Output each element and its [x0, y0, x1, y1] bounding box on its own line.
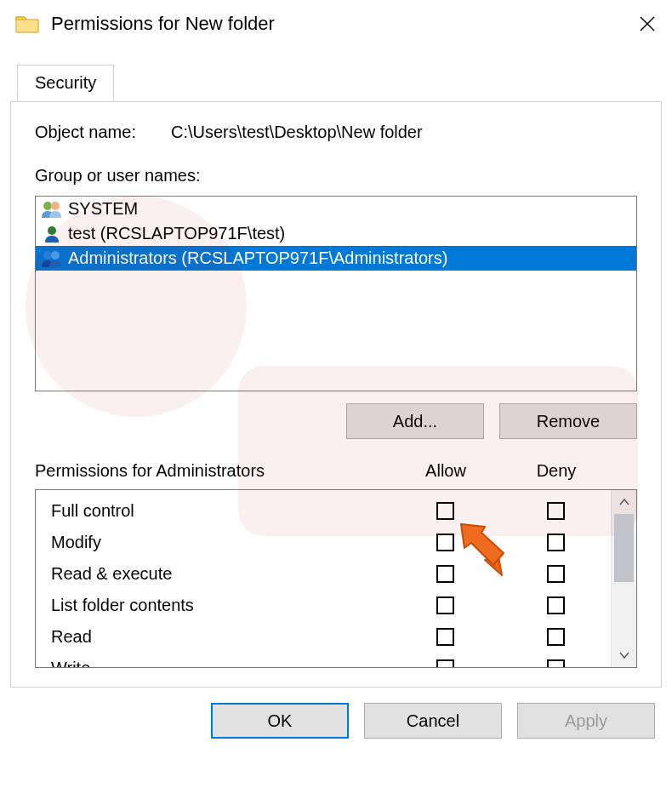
dialog-footer: OK Cancel Apply	[0, 688, 672, 739]
permission-row: Modify	[51, 527, 611, 558]
scroll-track[interactable]	[612, 514, 636, 643]
permissions-header-label: Permissions for Administrators	[35, 461, 390, 481]
object-name-label: Object name:	[35, 123, 171, 142]
permission-row: Read & execute	[51, 558, 611, 590]
checkbox-allow[interactable]	[436, 628, 454, 646]
close-icon	[640, 16, 655, 31]
checkbox-deny[interactable]	[547, 534, 565, 551]
column-deny: Deny	[501, 461, 612, 481]
checkbox-allow[interactable]	[436, 659, 454, 667]
svg-point-7	[43, 251, 52, 260]
ok-button[interactable]: OK	[211, 703, 349, 739]
list-item-label: Administrators (RCSLAPTOP971F\Administra…	[68, 248, 447, 268]
cancel-button[interactable]: Cancel	[364, 703, 502, 739]
scroll-down-icon[interactable]	[612, 643, 637, 667]
object-name-row: Object name: C:\Users\test\Desktop\New f…	[35, 123, 637, 142]
group-icon	[41, 249, 63, 268]
object-name-value: C:\Users\test\Desktop\New folder	[171, 123, 423, 142]
permission-label: Write	[51, 659, 390, 667]
scroll-up-icon[interactable]	[612, 490, 637, 514]
list-item[interactable]: Administrators (RCSLAPTOP971F\Administra…	[36, 246, 636, 271]
permission-label: Full control	[51, 501, 390, 521]
permission-label: Read	[51, 627, 390, 647]
permissions-header: Permissions for Administrators Allow Den…	[35, 461, 637, 481]
groups-listbox[interactable]: SYSTEM test (RCSLAPTOP971F\test) Adminis…	[35, 196, 637, 391]
permission-row: Write	[51, 653, 611, 667]
svg-point-6	[48, 226, 56, 235]
svg-point-5	[51, 202, 60, 210]
checkbox-deny[interactable]	[547, 596, 565, 614]
groups-label: Group or user names:	[35, 166, 637, 185]
list-item-label: SYSTEM	[68, 199, 138, 219]
list-item[interactable]: SYSTEM	[36, 197, 636, 221]
column-allow: Allow	[390, 461, 501, 481]
permission-label: List folder contents	[51, 596, 390, 615]
scrollbar[interactable]	[611, 490, 636, 667]
tab-security[interactable]: Security	[17, 65, 114, 101]
checkbox-deny[interactable]	[547, 565, 565, 583]
user-icon	[41, 225, 63, 243]
scroll-thumb[interactable]	[614, 514, 634, 582]
list-item-label: test (RCSLAPTOP971F\test)	[68, 224, 285, 243]
permission-label: Read & execute	[51, 564, 390, 584]
checkbox-allow[interactable]	[436, 502, 454, 520]
permission-row: Read	[51, 621, 611, 653]
checkbox-deny[interactable]	[547, 628, 565, 646]
group-icon	[41, 200, 63, 219]
remove-button[interactable]: Remove	[499, 403, 637, 439]
permission-row: Full control	[51, 495, 611, 527]
svg-point-8	[51, 251, 60, 260]
checkbox-deny[interactable]	[547, 659, 565, 667]
permission-label: Modify	[51, 533, 390, 552]
permission-row: List folder contents	[51, 590, 611, 621]
security-panel: Object name: C:\Users\test\Desktop\New f…	[10, 101, 662, 688]
checkbox-allow[interactable]	[436, 596, 454, 614]
window-title: Permissions for New folder	[51, 13, 623, 35]
add-button[interactable]: Add...	[346, 403, 484, 439]
checkbox-allow[interactable]	[436, 534, 454, 551]
titlebar: Permissions for New folder	[0, 0, 672, 48]
permissions-listbox: Full control Modify Read & execute List …	[35, 489, 637, 668]
close-button[interactable]	[623, 0, 672, 48]
svg-point-4	[43, 202, 52, 210]
tab-strip: Security	[10, 65, 662, 102]
apply-button[interactable]: Apply	[517, 703, 655, 739]
list-item[interactable]: test (RCSLAPTOP971F\test)	[36, 221, 636, 246]
folder-icon	[15, 14, 39, 34]
checkbox-deny[interactable]	[547, 502, 565, 520]
checkbox-allow[interactable]	[436, 565, 454, 583]
